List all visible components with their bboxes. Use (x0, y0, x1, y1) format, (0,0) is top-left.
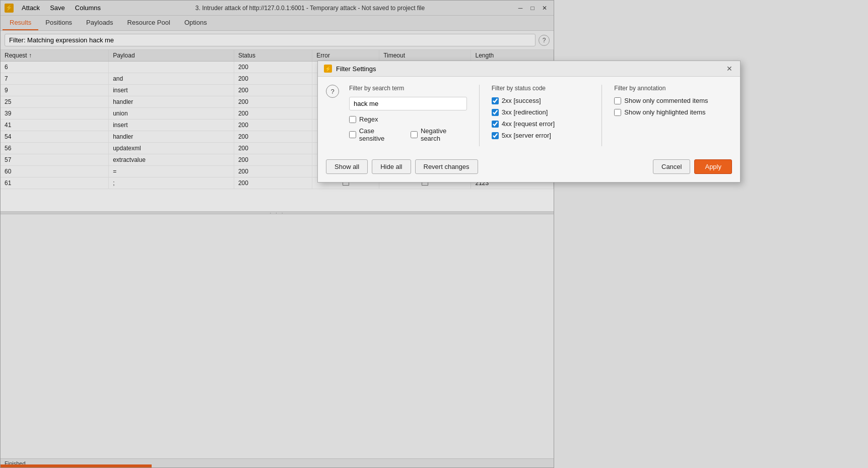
search-term-section: Filter by search term Regex Case sensiti… (349, 85, 467, 146)
search-term-input[interactable] (349, 97, 467, 110)
status-3xx-checkbox[interactable] (492, 109, 499, 116)
status-5xx-label[interactable]: 5xx [server error] (502, 132, 551, 139)
status-4xx-label[interactable]: 4xx [request error] (502, 120, 555, 128)
regex-row: Regex (349, 115, 467, 123)
status-5xx-checkbox[interactable] (492, 132, 499, 139)
status-section-title: Filter by status code (492, 85, 590, 92)
apply-button[interactable]: Apply (694, 159, 732, 174)
search-section-title: Filter by search term (349, 85, 467, 92)
regex-checkbox[interactable] (349, 116, 356, 123)
regex-label[interactable]: Regex (359, 115, 378, 123)
case-sensitive-row: Case sensitive (349, 127, 400, 142)
status-4xx-checkbox[interactable] (492, 121, 499, 128)
status-2xx-checkbox[interactable] (492, 97, 499, 104)
hide-all-button[interactable]: Hide all (372, 159, 411, 174)
highlighted-items-checkbox[interactable] (614, 109, 621, 116)
section-separator-2 (602, 85, 602, 146)
case-sensitive-label[interactable]: Case sensitive (359, 127, 401, 142)
highlighted-items-label[interactable]: Show only highlighted items (624, 108, 705, 116)
dialog-icon: ⚡ (324, 65, 332, 73)
commented-items-row: Show only commented items (614, 97, 732, 104)
status-2xx-item: 2xx [success] (492, 97, 590, 104)
dialog-titlebar: ⚡ Filter Settings ✕ (318, 61, 740, 77)
negative-search-row: Negative search (411, 127, 466, 142)
case-sensitive-checkbox[interactable] (349, 131, 356, 138)
section-separator-1 (479, 85, 480, 146)
status-2xx-label[interactable]: 2xx [success] (502, 97, 541, 104)
status-5xx-item: 5xx [server error] (492, 132, 590, 139)
revert-changes-button[interactable]: Revert changes (415, 159, 478, 174)
cancel-button[interactable]: Cancel (653, 159, 690, 174)
highlighted-items-row: Show only highlighted items (614, 108, 732, 116)
annotation-section-title: Filter by annotation (614, 85, 732, 92)
status-code-section: Filter by status code 2xx [success] 3xx … (492, 85, 590, 146)
help-icon[interactable]: ? (326, 85, 339, 98)
show-all-button[interactable]: Show all (326, 159, 368, 174)
status-3xx-label[interactable]: 3xx [redirection] (502, 108, 548, 116)
status-3xx-item: 3xx [redirection] (492, 108, 590, 116)
status-4xx-item: 4xx [request error] (492, 120, 590, 128)
commented-items-checkbox[interactable] (614, 97, 621, 104)
commented-items-label[interactable]: Show only commented items (624, 97, 708, 104)
filter-settings-dialog: ⚡ Filter Settings ✕ ? Filter by search t… (317, 61, 741, 183)
negative-search-label[interactable]: Negative search (421, 127, 467, 142)
annotation-section: Filter by annotation Show only commented… (614, 85, 732, 146)
negative-search-checkbox[interactable] (411, 131, 418, 138)
dialog-actions: Show all Hide all Revert changes Cancel … (318, 154, 740, 182)
dialog-close-button[interactable]: ✕ (725, 64, 734, 73)
dialog-title: Filter Settings (336, 65, 721, 73)
dialog-body: ? Filter by search term Regex Case sensi… (318, 77, 740, 154)
